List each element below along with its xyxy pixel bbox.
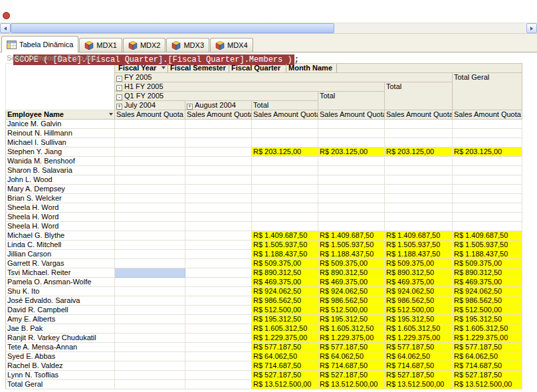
- value-cell[interactable]: [185, 324, 252, 334]
- value-cell[interactable]: [453, 138, 522, 147]
- employee-name-cell[interactable]: José Edvaldo. Saraiva: [6, 296, 115, 306]
- value-cell[interactable]: [185, 296, 252, 306]
- employee-name-cell[interactable]: Ranjit R. Varkey Chudukatil: [6, 334, 115, 343]
- employee-name-cell[interactable]: Amy E. Alberts: [6, 315, 115, 324]
- mdx-script-editor[interactable]: /* Allocation of Sales Amount Quota to t…: [0, 0, 537, 23]
- tab-tabela-dinamica[interactable]: Tabela Dinâmica: [1, 36, 78, 52]
- value-cell[interactable]: R$ 986.562,50: [385, 296, 453, 306]
- value-cell[interactable]: R$ 1.505.937,50: [318, 241, 385, 250]
- expand-icon[interactable]: [187, 104, 193, 110]
- value-cell[interactable]: [252, 166, 318, 175]
- value-cell[interactable]: R$ 1.188.437,50: [318, 250, 385, 259]
- value-cell[interactable]: [115, 231, 185, 241]
- value-cell[interactable]: [385, 194, 453, 203]
- employee-name-cell[interactable]: Sheela H. Word: [6, 222, 115, 231]
- month-july-2004[interactable]: July 2004: [115, 101, 185, 110]
- value-cell[interactable]: [115, 324, 185, 334]
- value-cell[interactable]: [385, 222, 453, 231]
- value-cell[interactable]: R$ 1.409.687,50: [453, 231, 522, 241]
- employee-name-cell[interactable]: Pamela O. Ansman-Wolfe: [6, 278, 115, 287]
- tab-mdx2[interactable]: MDX2: [123, 38, 166, 52]
- value-cell[interactable]: R$ 13.512.500,00: [318, 380, 385, 389]
- value-cell[interactable]: [115, 203, 185, 213]
- value-cell[interactable]: [252, 185, 318, 194]
- value-cell[interactable]: [318, 222, 385, 231]
- value-cell[interactable]: R$ 1.505.937,50: [252, 241, 318, 250]
- employee-name-cell[interactable]: Garrett R. Vargas: [6, 259, 115, 268]
- value-cell[interactable]: [385, 166, 453, 175]
- value-cell[interactable]: [115, 120, 185, 129]
- value-cell[interactable]: [115, 287, 185, 296]
- value-cell[interactable]: [115, 213, 185, 222]
- value-cell[interactable]: [115, 334, 185, 343]
- value-cell[interactable]: [453, 213, 522, 222]
- value-cell[interactable]: [252, 222, 318, 231]
- value-cell[interactable]: [453, 166, 522, 175]
- editor-horizontal-scrollbar[interactable]: [0, 23, 537, 34]
- value-cell[interactable]: R$ 1.409.687,50: [252, 231, 318, 241]
- value-cell[interactable]: [185, 231, 252, 241]
- code-text[interactable]: /* Allocation of Sales Amount Quota to t…: [13, 0, 537, 23]
- value-cell[interactable]: [185, 166, 252, 175]
- scroll-right-button[interactable]: [526, 23, 537, 33]
- value-cell[interactable]: [453, 194, 522, 203]
- value-cell[interactable]: R$ 203.125,00: [252, 147, 318, 157]
- value-cell[interactable]: [185, 268, 252, 278]
- value-cell[interactable]: R$ 1.605.312,50: [453, 324, 522, 334]
- value-cell[interactable]: R$ 1.188.437,50: [385, 250, 453, 259]
- employee-name-cell[interactable]: Linda C. Mitchell: [6, 241, 115, 250]
- value-cell[interactable]: [385, 175, 453, 185]
- tab-mdx3[interactable]: MDX3: [166, 38, 209, 52]
- value-cell[interactable]: [252, 129, 318, 138]
- value-cell[interactable]: R$ 195.312,50: [318, 315, 385, 324]
- value-cell[interactable]: [185, 213, 252, 222]
- collapse-icon[interactable]: [116, 85, 122, 91]
- value-cell[interactable]: [115, 380, 185, 389]
- employee-name-cell[interactable]: Total Geral: [6, 380, 115, 389]
- value-cell[interactable]: R$ 1.229.375,00: [453, 334, 522, 343]
- value-cell[interactable]: [385, 129, 453, 138]
- value-cell[interactable]: [385, 157, 453, 166]
- value-cell[interactable]: R$ 512.500,00: [385, 306, 453, 315]
- collapse-icon[interactable]: [116, 94, 122, 100]
- value-cell[interactable]: [185, 343, 252, 352]
- employee-name-cell[interactable]: Tete A. Mensa-Annan: [6, 343, 115, 352]
- month-august-2004[interactable]: August 2004: [185, 101, 252, 110]
- scroll-left-button[interactable]: [0, 23, 11, 33]
- tab-mdx4[interactable]: MDX4: [210, 38, 253, 52]
- value-cell[interactable]: [385, 213, 453, 222]
- employee-name-cell[interactable]: Michael G. Blythe: [6, 231, 115, 241]
- breakpoint-icon[interactable]: [3, 12, 10, 19]
- employee-name-cell[interactable]: Jillian Carson: [6, 250, 115, 259]
- measure-header[interactable]: Sales Amount Quota: [318, 110, 385, 120]
- value-cell[interactable]: R$ 986.562,50: [453, 296, 522, 306]
- value-cell[interactable]: R$ 890.312,50: [453, 268, 522, 278]
- measure-header[interactable]: Sales Amount Quota: [385, 110, 453, 120]
- field-button-fiscal-quarter[interactable]: Fiscal Quarter: [229, 64, 286, 72]
- measure-header[interactable]: Sales Amount Quota: [185, 110, 252, 120]
- employee-name-cell[interactable]: Syed E. Abbas: [6, 352, 115, 361]
- value-cell[interactable]: R$ 469.375,00: [453, 278, 522, 287]
- value-cell[interactable]: R$ 509.375,00: [318, 259, 385, 268]
- value-cell[interactable]: [185, 352, 252, 361]
- value-cell[interactable]: [453, 203, 522, 213]
- value-cell[interactable]: R$ 1.409.687,50: [385, 231, 453, 241]
- employee-name-cell[interactable]: Tsvi Michael. Reiter: [6, 268, 115, 278]
- value-cell[interactable]: [318, 213, 385, 222]
- value-cell[interactable]: [115, 241, 185, 250]
- employee-name-cell[interactable]: Jae B. Pak: [6, 324, 115, 334]
- value-cell[interactable]: [385, 120, 453, 129]
- value-cell[interactable]: [115, 185, 185, 194]
- value-cell[interactable]: R$ 512.500,00: [453, 306, 522, 315]
- value-cell[interactable]: R$ 203.125,00: [318, 147, 385, 157]
- value-cell[interactable]: [385, 185, 453, 194]
- value-cell[interactable]: [185, 259, 252, 268]
- value-cell[interactable]: [115, 361, 185, 371]
- value-cell[interactable]: [115, 296, 185, 306]
- value-cell[interactable]: [115, 278, 185, 287]
- value-cell[interactable]: R$ 986.562,50: [318, 296, 385, 306]
- employee-name-cell[interactable]: Mary A. Dempsey: [6, 185, 115, 194]
- value-cell[interactable]: R$ 890.312,50: [252, 268, 318, 278]
- value-cell[interactable]: R$ 64.062,50: [252, 352, 318, 361]
- value-cell[interactable]: R$ 195.312,50: [252, 315, 318, 324]
